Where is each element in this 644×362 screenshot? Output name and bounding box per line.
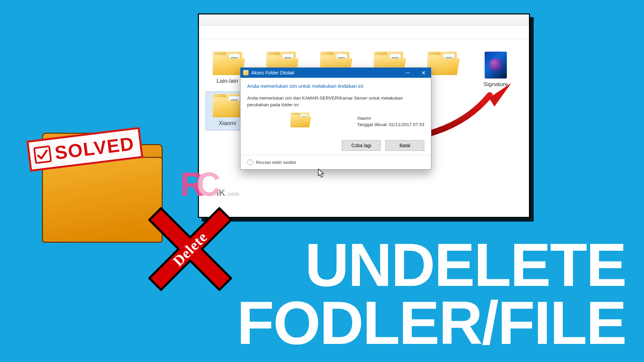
minimize-button[interactable]: ─ — [400, 68, 416, 78]
dialog-button-row: Coba lagi Batal — [240, 140, 431, 155]
object-date: Tanggal dibuat: 01/11/2017 07.53 — [357, 121, 424, 128]
explorer-ribbon — [199, 14, 529, 26]
folder-icon — [427, 52, 457, 75]
explorer-addressbar — [199, 26, 529, 39]
delete-x-graphic: Delete — [142, 200, 239, 298]
headline: UNDELETE FODLER/FILE — [237, 236, 626, 352]
folder-icon — [290, 113, 309, 127]
chevron-up-icon: ˄ — [247, 159, 253, 165]
stamp-label: SOLVED — [54, 132, 136, 164]
folder-icon — [243, 70, 249, 75]
check-icon — [33, 145, 52, 164]
cancel-button[interactable]: Batal — [385, 140, 424, 151]
dialog-headline: Anda memerlukan izin untuk melakukan tin… — [247, 83, 424, 89]
watermark: R C IK .com — [180, 165, 239, 203]
svg-marker-1 — [318, 169, 324, 177]
folder-icon — [213, 52, 242, 75]
retry-button[interactable]: Coba lagi — [342, 140, 381, 151]
signature-icon — [485, 52, 507, 78]
dialog-message: Anda memerlukan izin dari KAMAR-SERVER\K… — [247, 95, 405, 108]
details-label: Rincian lebih sedikit — [256, 160, 296, 165]
headline-line1: UNDELETE — [237, 236, 626, 294]
dialog-titlebar[interactable]: Akses Folder Ditolak ─ ✕ — [240, 68, 431, 78]
close-button[interactable]: ✕ — [416, 68, 431, 78]
dialog-title: Akses Folder Ditolak — [251, 70, 400, 75]
cursor-icon — [318, 169, 325, 178]
folder-icon — [213, 94, 242, 117]
details-toggle[interactable]: ˄ Rincian lebih sedikit — [240, 155, 431, 169]
dialog-object: Xiaomi Tanggal dibuat: 01/11/2017 07.53 — [247, 113, 424, 130]
headline-line2: FODLER/FILE — [237, 294, 626, 352]
access-denied-dialog: Akses Folder Ditolak ─ ✕ Anda memerlukan… — [240, 67, 431, 170]
dialog-body: Anda memerlukan izin untuk melakukan tin… — [240, 78, 431, 140]
object-name: Xiaomi — [357, 115, 424, 122]
